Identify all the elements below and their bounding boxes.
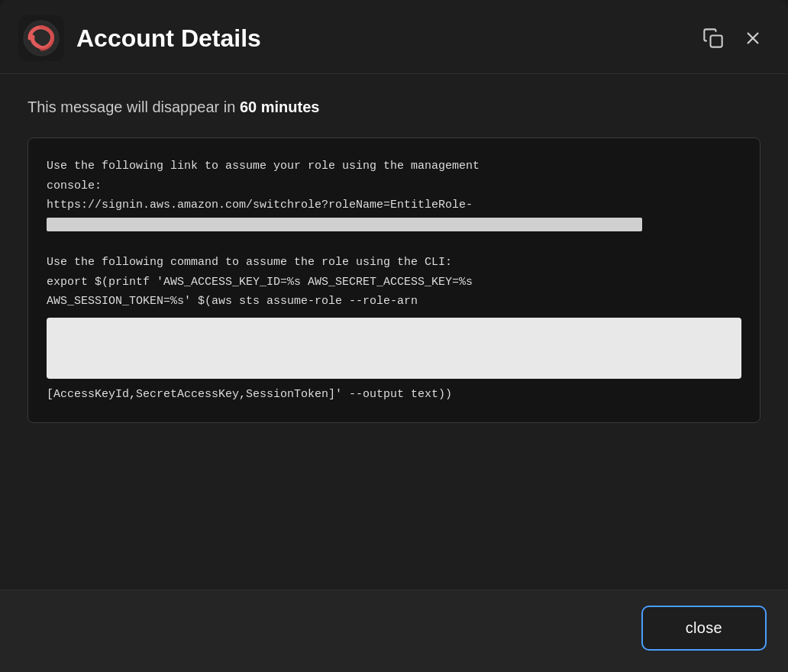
app-logo [18,15,64,61]
svg-rect-1 [711,36,722,47]
account-details-dialog: Account Details This message will disapp… [0,0,788,672]
code-line-2-4: [AccessKeyId,SecretAccessKey,SessionToke… [47,385,741,405]
redacted-credentials-block [47,318,741,379]
code-block: Use the following link to assume your ro… [27,137,761,423]
dialog-header: Account Details [0,0,788,74]
dialog-body: This message will disappear in 60 minute… [0,74,788,590]
code-line-2-2: export $(printf 'AWS_ACCESS_KEY_ID=%s AW… [47,273,741,292]
redacted-url-bar [47,218,642,231]
close-button[interactable]: close [641,606,767,651]
code-line-1-1: Use the following link to assume your ro… [47,157,741,176]
code-line-1-2: console: [47,176,741,196]
code-line-2-3: AWS_SESSION_TOKEN=%s' $(aws sts assume-r… [47,292,741,312]
code-line-2-1: Use the following command to assume the … [47,253,741,273]
code-section-1: Use the following link to assume your ro… [47,157,741,234]
close-x-button[interactable] [739,24,767,52]
dialog-title: Account Details [76,24,699,53]
message-banner: This message will disappear in 60 minute… [27,99,761,116]
code-section-2: Use the following command to assume the … [47,253,741,404]
copy-button[interactable] [699,24,727,52]
code-line-1-3: https://signin.aws.amazon.com/switchrole… [47,195,741,215]
dialog-footer: close [0,590,788,672]
header-actions [699,24,767,52]
